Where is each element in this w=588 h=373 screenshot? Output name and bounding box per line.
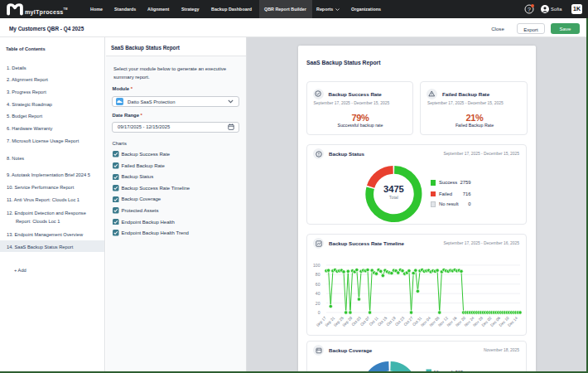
svg-text:Total: Total — [389, 195, 398, 200]
svg-text:20: 20 — [316, 301, 321, 306]
svg-text:?: ? — [528, 7, 531, 12]
svg-text:3475: 3475 — [383, 184, 404, 194]
svg-text:40: 40 — [316, 291, 321, 296]
svg-text:0: 0 — [318, 310, 321, 315]
svg-text:60: 60 — [316, 282, 321, 287]
svg-text:Dec 14: Dec 14 — [507, 316, 518, 327]
svg-text:80: 80 — [316, 272, 321, 277]
svg-text:100: 100 — [313, 263, 321, 268]
